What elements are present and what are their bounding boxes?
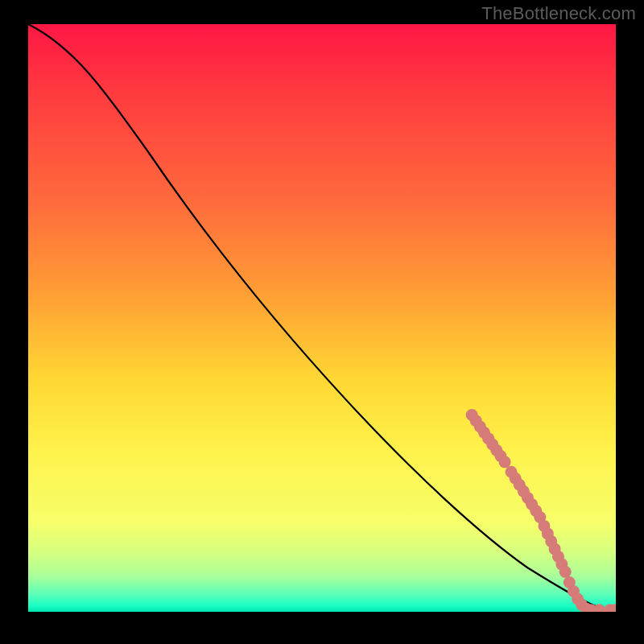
- chart-svg: [28, 24, 616, 612]
- gradient-background: [28, 24, 616, 612]
- data-point: [499, 456, 511, 468]
- chart-frame: TheBottleneck.com: [0, 0, 644, 644]
- data-point: [559, 566, 572, 578]
- watermark-text: TheBottleneck.com: [481, 3, 636, 24]
- plot-area: [28, 24, 616, 612]
